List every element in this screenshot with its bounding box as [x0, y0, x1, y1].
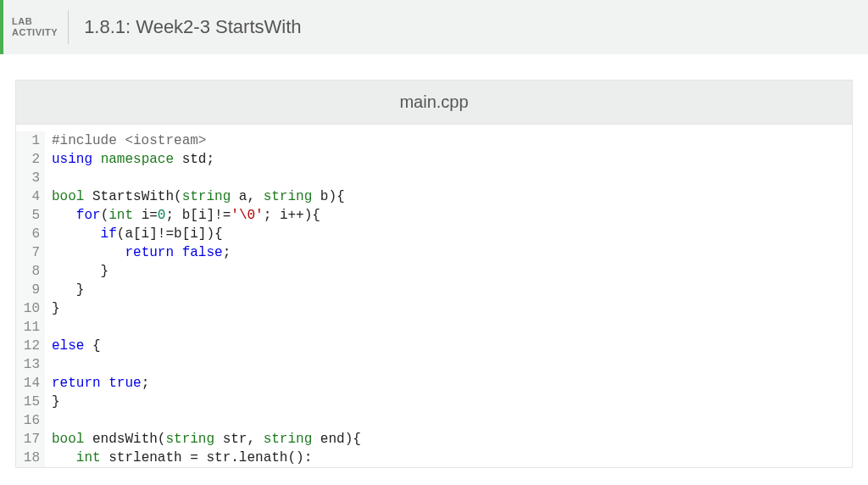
line-number: 13 [16, 355, 45, 374]
line-number: 10 [16, 299, 45, 318]
code-line[interactable]: 16 [16, 411, 852, 430]
line-number: 16 [16, 411, 45, 430]
code-line[interactable]: 10} [16, 299, 852, 318]
code-line[interactable]: 8 } [16, 262, 852, 281]
line-content[interactable]: } [45, 281, 84, 299]
code-line[interactable]: 12else { [16, 337, 852, 355]
line-content[interactable]: for(int i=0; b[i]!='\0'; i++){ [45, 206, 320, 225]
line-content[interactable]: } [45, 393, 60, 411]
line-content[interactable]: bool endsWith(string str, string end){ [45, 430, 361, 449]
code-line[interactable]: 15} [16, 393, 852, 411]
line-content[interactable]: } [45, 262, 108, 281]
line-number: 7 [16, 243, 45, 262]
lab-activity-label: LAB ACTIVITY [3, 0, 68, 54]
line-number: 11 [16, 318, 45, 337]
line-number: 15 [16, 393, 45, 411]
line-content[interactable] [45, 355, 52, 374]
line-number: 17 [16, 430, 45, 449]
code-line[interactable]: 4bool StartsWith(string a, string b){ [16, 187, 852, 206]
line-number: 5 [16, 206, 45, 225]
code-line[interactable]: 6 if(a[i]!=b[i]){ [16, 225, 852, 243]
line-content[interactable] [45, 318, 52, 337]
activity-header: LAB ACTIVITY 1.8.1: Week2-3 StartsWith [0, 0, 868, 54]
line-content[interactable]: if(a[i]!=b[i]){ [45, 225, 223, 243]
code-line[interactable]: 18 int strlenath = str.lenath(): [16, 449, 852, 467]
code-line[interactable]: 17bool endsWith(string str, string end){ [16, 430, 852, 449]
code-line[interactable]: 13 [16, 355, 852, 374]
line-number: 3 [16, 169, 45, 187]
line-content[interactable] [45, 169, 52, 187]
filename-tab[interactable]: main.cpp [16, 81, 852, 125]
code-line[interactable]: 7 return false; [16, 243, 852, 262]
code-line[interactable]: 3 [16, 169, 852, 187]
line-number: 9 [16, 281, 45, 299]
line-content[interactable]: return false; [45, 243, 231, 262]
code-line[interactable]: 5 for(int i=0; b[i]!='\0'; i++){ [16, 206, 852, 225]
code-editor: main.cpp 1#include <iostream>2using name… [15, 80, 853, 468]
line-content[interactable]: else { [45, 337, 101, 355]
line-content[interactable]: int strlenath = str.lenath(): [45, 449, 312, 467]
code-line[interactable]: 14return true; [16, 374, 852, 393]
line-number: 14 [16, 374, 45, 393]
line-number: 18 [16, 449, 45, 467]
line-content[interactable]: } [45, 299, 60, 318]
code-body[interactable]: 1#include <iostream>2using namespace std… [16, 125, 852, 467]
line-content[interactable]: #include <iostream> [45, 131, 206, 150]
lab-label-line2: ACTIVITY [12, 27, 58, 38]
line-content[interactable]: bool StartsWith(string a, string b){ [45, 187, 345, 206]
line-number: 8 [16, 262, 45, 281]
line-content[interactable] [45, 411, 52, 430]
line-content[interactable]: using namespace std; [45, 150, 214, 169]
code-line[interactable]: 9 } [16, 281, 852, 299]
code-line[interactable]: 2using namespace std; [16, 150, 852, 169]
line-number: 1 [16, 131, 45, 150]
lab-label-line1: LAB [12, 16, 58, 27]
activity-title: 1.8.1: Week2-3 StartsWith [69, 0, 301, 54]
line-content[interactable]: return true; [45, 374, 149, 393]
line-number: 12 [16, 337, 45, 355]
code-line[interactable]: 11 [16, 318, 852, 337]
line-number: 6 [16, 225, 45, 243]
line-number: 2 [16, 150, 45, 169]
code-line[interactable]: 1#include <iostream> [16, 131, 852, 150]
line-number: 4 [16, 187, 45, 206]
